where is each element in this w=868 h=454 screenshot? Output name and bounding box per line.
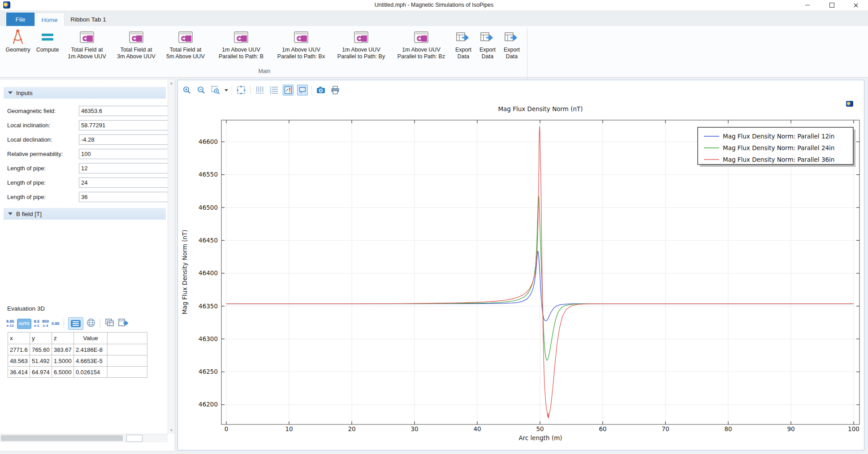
export-data-button-1[interactable]: ExportData: [452, 28, 475, 73]
svg-text:46200: 46200: [199, 401, 218, 408]
settings-panel: Inputs Geomagnetic field: Local inclinat…: [0, 80, 175, 450]
scrollbar-thumb[interactable]: [1, 435, 123, 441]
geomagnetic-field-input[interactable]: [79, 106, 168, 116]
plot-total-field-1m-button[interactable]: Total Field at1m Above UUV: [63, 28, 111, 73]
scroll-down-icon[interactable]: ▼: [168, 427, 175, 434]
plot-window-icon: [112, 28, 160, 47]
export-data-button-3[interactable]: ExportData: [500, 28, 523, 73]
svg-text:46600: 46600: [199, 138, 218, 145]
x-grid-button[interactable]: [254, 85, 265, 95]
print-button[interactable]: [330, 85, 341, 95]
svg-text:Arc length (m): Arc length (m): [518, 434, 562, 441]
engineering-notation-button[interactable]: 850e-3: [42, 320, 49, 328]
plot-window-icon: [212, 28, 271, 47]
tab-file[interactable]: File: [6, 13, 35, 26]
export-data-icon: [500, 28, 523, 47]
svg-text:Mag Flux Density Norm: Paralle: Mag Flux Density Norm: Parallel 36in: [723, 156, 834, 163]
field-row-declination: Local declination:: [0, 134, 175, 145]
toolbar-separator: [250, 86, 250, 95]
inputs-section-header[interactable]: Inputs: [4, 87, 166, 99]
plot-total-field-3m-button[interactable]: Total Field at3m Above UUV: [112, 28, 160, 73]
compute-button[interactable]: Compute: [34, 28, 61, 73]
pipe-length-12-input[interactable]: [79, 163, 168, 173]
window-title: Untitled.mph - Magnetic Simulations of I…: [0, 2, 868, 8]
tab-home[interactable]: Home: [35, 13, 65, 26]
plot-window-icon: [332, 28, 391, 47]
local-inclination-input[interactable]: [79, 120, 168, 130]
collapse-triangle-icon: [8, 91, 13, 94]
decimal-notation-button[interactable]: 0.85: [52, 322, 60, 326]
geometry-button[interactable]: Geometry: [4, 28, 32, 73]
pipe-length-24-input[interactable]: [79, 177, 168, 188]
toolbar-separator: [311, 86, 312, 95]
plot-parallel-path-bx-button[interactable]: 1m Above UUVParallel to Path: Bx: [272, 28, 331, 73]
ribbon-group-label: Main: [4, 68, 525, 74]
export-data-icon: [476, 28, 499, 47]
graphics-panel: 0102030405060708090100462004625046300463…: [177, 80, 864, 450]
svg-text:60: 60: [599, 425, 606, 432]
geometry-compass-icon: [4, 28, 32, 47]
svg-text:20: 20: [348, 425, 355, 432]
scientific-notation-button[interactable]: 8.5e-1: [34, 320, 40, 328]
evaluation-toolbar: 8.85e-12 AUTO 8.5e-1 850e-3 0.85: [6, 318, 130, 329]
si-units-button[interactable]: 8.85e-12: [6, 320, 14, 328]
export-table-button[interactable]: [118, 318, 130, 329]
plot-parallel-path-by-button[interactable]: 1m Above UUVParallel to Path: By: [332, 28, 391, 73]
svg-text:80: 80: [724, 425, 732, 432]
chart-canvas[interactable]: 0102030405060708090100462004625046300463…: [178, 80, 864, 450]
image-snapshot-button[interactable]: [315, 85, 326, 95]
field-row-pipe-24: Length of pipe:: [0, 177, 175, 188]
toolbar-separator: [64, 319, 64, 329]
auto-notation-button[interactable]: AUTO: [17, 319, 31, 329]
maximize-button[interactable]: [820, 0, 844, 10]
close-button[interactable]: [844, 0, 868, 10]
plot-window-icon: [272, 28, 331, 47]
field-row-permeability: Relative permeability:: [0, 149, 175, 159]
zoom-dropdown-caret-icon[interactable]: [225, 89, 228, 91]
field-row-geomagnetic: Geomagnetic field:: [0, 106, 175, 116]
plot-total-field-5m-button[interactable]: Total Field at5m Above UUV: [161, 28, 210, 73]
show-legends-toggle[interactable]: [283, 85, 294, 95]
maximize-icon: [829, 3, 834, 8]
zoom-out-button[interactable]: [196, 85, 207, 95]
show-table-toggle[interactable]: [68, 317, 83, 330]
pipe-length-36-input[interactable]: [79, 192, 168, 202]
tab-ribbon-tab-1[interactable]: Ribbon Tab 1: [64, 13, 113, 26]
svg-text:100: 100: [848, 425, 859, 432]
y-grid-button[interactable]: [268, 85, 279, 95]
zoom-extents-button[interactable]: [236, 85, 246, 95]
bfield-section-header[interactable]: B field [T]: [4, 208, 166, 220]
plot-parallel-path-bz-button[interactable]: 1m Above UUVParallel to Path: Bz: [392, 28, 451, 73]
vertical-scrollbar[interactable]: ▲ ▼: [168, 80, 175, 434]
plot-tooltip-toggle[interactable]: [297, 85, 308, 95]
svg-text:Mag Flux Density Norm: Paralle: Mag Flux Density Norm: Parallel 24in: [723, 144, 834, 151]
svg-text:70: 70: [661, 425, 669, 432]
table-icon: [71, 320, 81, 327]
local-declination-input[interactable]: [79, 134, 168, 145]
zoom-in-button[interactable]: [181, 85, 192, 95]
minimize-button[interactable]: [795, 0, 820, 10]
field-row-inclination: Local inclination:: [0, 120, 175, 130]
field-row-pipe-36: Length of pipe:: [0, 192, 175, 202]
export-data-button-2[interactable]: ExportData: [476, 28, 499, 73]
collapse-triangle-icon: [8, 212, 13, 215]
table-row[interactable]: 2771.6 765.60 383.67 2.4186E-8: [8, 344, 147, 355]
ribbon: Geometry Compute Total Field at1m Above …: [0, 26, 868, 78]
copy-table-button[interactable]: [104, 318, 115, 329]
scroll-up-icon[interactable]: ▲: [168, 80, 175, 86]
svg-text:46500: 46500: [199, 204, 218, 211]
table-row[interactable]: 48.563 51.492 1.5000 4.6653E-5: [8, 355, 147, 367]
plot-group-icon[interactable]: [846, 101, 853, 107]
relative-permeability-input[interactable]: [79, 149, 168, 159]
close-icon: [854, 3, 858, 8]
globe-units-button[interactable]: [86, 318, 96, 329]
table-row[interactable]: 36.414 64.974 6.5000 0.026154: [8, 367, 147, 378]
horizontal-scrollbar[interactable]: [0, 434, 168, 442]
toolbar-separator: [232, 86, 232, 95]
svg-text:Mag Flux Density Norm (nT): Mag Flux Density Norm (nT): [498, 105, 583, 112]
plot-parallel-path-b-button[interactable]: 1m Above UUVParallel to Path: B: [212, 28, 271, 73]
svg-text:46300: 46300: [199, 335, 218, 342]
zoom-box-button[interactable]: [210, 85, 221, 95]
svg-text:50: 50: [536, 425, 544, 432]
svg-text:46250: 46250: [199, 368, 218, 375]
